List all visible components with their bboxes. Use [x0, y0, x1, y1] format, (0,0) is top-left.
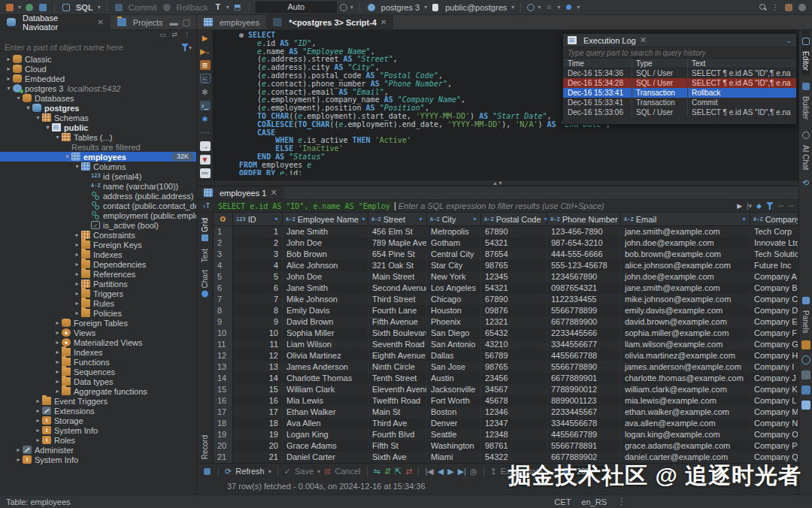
filter-sql-text[interactable]: SELECT e.id AS "ID", e.name AS "Employ — [217, 202, 392, 210]
table-cell[interactable]: Mia Lewis — [283, 395, 368, 407]
tree-expander-icon[interactable]: ▸ — [53, 358, 62, 365]
column-header-city[interactable]: A-ZCity▼ — [427, 213, 481, 225]
table-cell[interactable]: 98765 — [481, 361, 547, 373]
table-cell[interactable]: Seventh Road — [368, 339, 427, 350]
grid-corner-cell[interactable] — [214, 213, 233, 225]
execute-statement-icon[interactable]: ▶ — [200, 33, 211, 43]
log-row[interactable]: Dec-16 15:34:36SQL / UserSELECT ¶ e.id A… — [563, 68, 796, 78]
table-cell[interactable]: Company F — [750, 328, 798, 339]
table-cell[interactable]: Company O — [750, 429, 798, 440]
tree-expander-icon[interactable]: ▸ — [53, 319, 62, 326]
table-cell[interactable]: Daniel Carter — [283, 452, 368, 463]
table-cell[interactable]: 12321 — [481, 316, 547, 328]
table-row[interactable]: 1010Sophia MillerSixth BoulevardSan Dieg… — [214, 328, 798, 339]
log-cell[interactable]: Dec-16 15:33:41 — [563, 98, 632, 107]
view-menu-icon[interactable]: ⋮ — [183, 31, 190, 41]
connect-icon[interactable] — [24, 2, 35, 13]
table-cell[interactable]: 12 — [233, 350, 283, 361]
close-icon[interactable]: ✕ — [380, 18, 386, 26]
tree-item[interactable]: ▸Triggers — [0, 289, 196, 298]
tab-script[interactable]: *<postgres 3> Script-4 ✕ — [266, 15, 393, 29]
table-cell[interactable]: 45678 — [481, 395, 547, 407]
results-tab-employees-1[interactable]: employees 1 ✕ — [197, 186, 284, 199]
row-number[interactable]: 20 — [214, 440, 233, 452]
ai-assistant-icon[interactable]: ✻ — [200, 87, 211, 97]
tree-expander-icon[interactable]: ▾ — [5, 85, 13, 92]
status-timezone[interactable]: CET — [554, 497, 571, 506]
tree-item[interactable]: ▸Classic — [0, 54, 196, 64]
log-cell[interactable]: Transaction — [632, 88, 688, 98]
table-cell[interactable]: 444-555-6666 — [547, 249, 621, 260]
connection-dropdown[interactable]: ▾ — [424, 4, 427, 11]
search-icon[interactable] — [759, 3, 767, 11]
tree-expander-icon[interactable]: ▸ — [5, 75, 13, 82]
tree-expander-icon[interactable]: ▸ — [53, 349, 62, 355]
tree-item[interactable]: ▸Aggregate functions — [0, 386, 196, 396]
table-cell[interactable]: Company C — [750, 294, 798, 305]
table-cell[interactable]: 12346 — [481, 407, 547, 418]
save-file-icon[interactable]: ▼ — [200, 155, 211, 165]
table-cell[interactable]: Third Street — [368, 294, 427, 305]
status-locale[interactable]: en_RS — [581, 497, 607, 506]
tree-item[interactable]: ✓is_active (bool) — [0, 220, 196, 230]
table-cell[interactable]: 67890 — [481, 294, 547, 305]
save-dropdown[interactable]: ▾ — [317, 468, 320, 475]
log-cell[interactable]: SQL / User — [632, 107, 688, 117]
table-cell[interactable]: Star City — [427, 260, 481, 271]
table-cell[interactable]: Seattle — [427, 429, 481, 440]
table-cell[interactable]: ethan.walker@example.com — [621, 407, 750, 418]
table-cell[interactable]: San Jose — [427, 361, 481, 373]
table-cell[interactable]: Emily Davis — [283, 305, 368, 316]
last-row-icon[interactable]: ▶| — [458, 467, 466, 476]
table-cell[interactable]: 6677889901 — [547, 373, 621, 384]
table-cell[interactable]: 789 Maple Ave — [368, 237, 427, 249]
presentation-record[interactable]: Record — [201, 431, 209, 463]
table-cell[interactable]: Jane Smith — [283, 283, 368, 294]
tree-expander-icon[interactable]: ▾ — [34, 114, 42, 121]
row-number[interactable]: 8 — [214, 305, 233, 316]
value-panel-icon[interactable] — [801, 386, 810, 395]
refresh-icon[interactable]: ⟲ — [801, 178, 810, 187]
refresh-icon[interactable]: ⟳ — [225, 467, 232, 476]
tree-expander-icon[interactable]: ▸ — [34, 437, 42, 443]
table-cell[interactable]: Company K — [750, 384, 798, 395]
collapse-all-icon[interactable]: ▭ — [159, 31, 166, 41]
table-cell[interactable]: Eighth Avenue — [368, 350, 427, 361]
table-cell[interactable]: 321 Oak St — [368, 260, 427, 271]
tree-item[interactable]: Results are filtered — [0, 142, 196, 152]
tree-item[interactable]: ▾Databases — [0, 93, 196, 103]
tree-item[interactable]: ▸Rules — [0, 298, 196, 308]
user-menu-icon[interactable] — [797, 2, 807, 13]
revert-row-icon[interactable]: ⇄ — [405, 467, 412, 476]
log-row[interactable]: Dec-16 15:34:28SQL / UserSELECT ¶ e.id A… — [563, 78, 796, 88]
table-row[interactable]: 66Jane SmithSecond AvenueLos Angeles5432… — [214, 283, 798, 294]
rail-tab-panels[interactable]: Panels — [801, 289, 810, 338]
list-dropdown[interactable]: ▾ — [557, 4, 560, 11]
tree-expander-icon[interactable]: ▸ — [53, 329, 62, 336]
table-cell[interactable]: Sophia Miller — [283, 328, 368, 339]
delete-row-icon[interactable]: ⇱ — [395, 467, 401, 476]
more-icon[interactable]: ···· — [200, 128, 211, 138]
execute-new-tab-icon[interactable]: ▶₊ — [200, 47, 211, 56]
close-icon[interactable]: ✕ — [270, 188, 277, 198]
log-cell[interactable]: Transaction — [632, 98, 688, 107]
column-header-id[interactable]: 123ID▼ — [233, 213, 283, 225]
table-cell[interactable]: 5566778899 — [547, 305, 621, 316]
tree-expander-icon[interactable]: ▾ — [73, 163, 81, 170]
table-row[interactable]: 11Jane Smith456 Elm StMetropolis67890123… — [214, 226, 798, 237]
presentation-chart[interactable]: Chart — [201, 266, 209, 301]
tree-item[interactable]: ▸Foreign Tables — [0, 318, 196, 328]
table-cell[interactable]: Bob Brown — [283, 249, 368, 260]
table-cell[interactable]: John Doe — [283, 271, 368, 283]
row-number[interactable]: 19 — [214, 429, 233, 440]
tree-expander-icon[interactable]: ▸ — [34, 417, 42, 424]
tree-expander-icon[interactable]: ▸ — [5, 65, 13, 72]
open-connection-icon[interactable] — [38, 2, 48, 13]
table-cell[interactable]: mike.johnson@example.com — [621, 294, 750, 305]
table-cell[interactable]: 10 — [233, 328, 283, 339]
table-cell[interactable]: ava.allen@example.com — [621, 418, 750, 429]
tree-item[interactable]: ▸Constraints — [0, 230, 196, 240]
table-cell[interactable]: Company J — [750, 373, 798, 384]
tree-item[interactable]: ▸Foreign Keys — [0, 240, 196, 249]
tree-item[interactable]: ▸iSystem Info — [0, 425, 196, 435]
